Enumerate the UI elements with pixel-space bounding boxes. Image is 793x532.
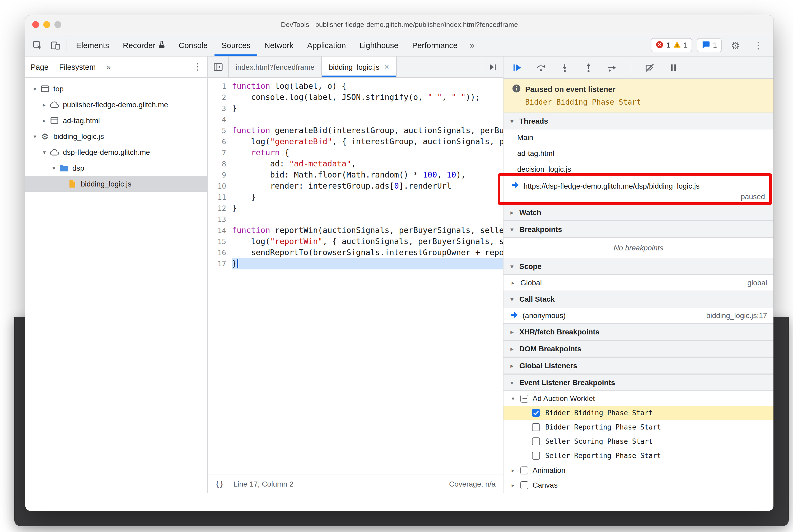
- deactivate-breakpoints-icon[interactable]: [644, 62, 655, 73]
- tab-sources[interactable]: Sources: [215, 34, 258, 56]
- collapsed-arrow[interactable]: ▸: [510, 467, 516, 473]
- elb-group-ad-auction-worklet[interactable]: ▾ Ad Auction Worklet: [504, 391, 773, 406]
- code-text[interactable]: [232, 114, 503, 125]
- editor-tab-index-html[interactable]: index.html?fencedframe: [229, 57, 322, 77]
- section-dom-breakpoints[interactable]: ▸ DOM Breakpoints: [504, 340, 773, 357]
- device-toolbar-icon[interactable]: [46, 34, 64, 56]
- section-scope[interactable]: ▾ Scope: [504, 258, 773, 275]
- line-number[interactable]: 7: [208, 147, 232, 158]
- section-xhr-breakpoints[interactable]: ▸ XHR/fetch Breakpoints: [504, 323, 773, 340]
- scope-global-row[interactable]: ▸ Global global: [504, 275, 773, 290]
- step-out-icon[interactable]: [583, 62, 594, 73]
- code-text[interactable]: bid: Math.floor(Math.random() * 100, 10)…: [232, 170, 503, 181]
- tab-lighthouse[interactable]: Lighthouse: [353, 34, 405, 56]
- tab-recorder[interactable]: Recorder: [116, 34, 172, 56]
- tree-item-bidding-logic-file[interactable]: bidding_logic.js: [25, 176, 207, 192]
- navigator-kebab-icon[interactable]: ⋮: [193, 61, 202, 72]
- tree-item-worklet-bidding-logic[interactable]: ▾ ⚙ bidding_logic.js: [25, 128, 207, 144]
- collapsed-arrow[interactable]: ▸: [510, 280, 516, 286]
- close-tab-icon[interactable]: ×: [384, 63, 389, 71]
- line-number[interactable]: 5: [208, 125, 232, 136]
- code-line[interactable]: 16 sendReportTo(browserSignals.interestG…: [208, 247, 503, 258]
- code-text[interactable]: function log(label, o) {: [232, 81, 503, 92]
- tab-performance[interactable]: Performance: [405, 34, 465, 56]
- line-number[interactable]: 15: [208, 236, 232, 247]
- thread-ad-tag[interactable]: ad-tag.html: [504, 145, 773, 161]
- code-line[interactable]: 13: [208, 214, 503, 225]
- code-text[interactable]: ad: "ad-metadata",: [232, 158, 503, 170]
- line-number[interactable]: 14: [208, 225, 232, 236]
- tab-application[interactable]: Application: [300, 34, 353, 56]
- code-text[interactable]: function reportWin(auctionSignals, perBu…: [232, 225, 503, 236]
- line-number[interactable]: 16: [208, 247, 232, 258]
- collapsed-arrow[interactable]: ▸: [510, 482, 516, 488]
- resume-script-icon[interactable]: [512, 62, 523, 73]
- checkbox-unchecked[interactable]: [532, 452, 540, 460]
- expanded-arrow[interactable]: ▾: [31, 86, 39, 92]
- devtools-menu-kebab-icon[interactable]: ⋮: [749, 39, 767, 51]
- line-number[interactable]: 13: [208, 214, 232, 225]
- code-line[interactable]: 3}: [208, 103, 503, 114]
- code-line[interactable]: 5function generateBid(interestGroup, auc…: [208, 125, 503, 136]
- tab-network[interactable]: Network: [258, 34, 300, 56]
- elb-item-seller-scoring-phase-start[interactable]: Seller Scoring Phase Start: [504, 434, 773, 449]
- collapsed-arrow[interactable]: ▸: [40, 101, 49, 108]
- collapsed-arrow[interactable]: ▸: [40, 117, 49, 124]
- more-tabs-chevron[interactable]: »: [465, 34, 480, 56]
- code-text[interactable]: console.log(label, JSON.stringify(o, " "…: [232, 92, 503, 103]
- code-line[interactable]: 2 console.log(label, JSON.stringify(o, "…: [208, 92, 503, 103]
- code-line[interactable]: 6 log("generateBid", { interestGroup, au…: [208, 136, 503, 147]
- code-text[interactable]: [232, 214, 503, 225]
- hide-navigator-icon[interactable]: [208, 57, 229, 77]
- step-into-icon[interactable]: [560, 62, 570, 73]
- expanded-arrow[interactable]: ▾: [31, 133, 39, 139]
- code-line[interactable]: 17}: [208, 258, 503, 269]
- code-line[interactable]: 15 log("reportWin", { auctionSignals, pe…: [208, 236, 503, 247]
- tree-item-dsp-folder[interactable]: ▾ dsp: [25, 160, 207, 176]
- line-number[interactable]: 12: [208, 203, 232, 214]
- console-summary-badge[interactable]: 1 1: [651, 38, 692, 52]
- expanded-arrow[interactable]: ▾: [50, 165, 58, 171]
- line-number[interactable]: 3: [208, 103, 232, 114]
- elb-group-animation[interactable]: ▸ Animation: [504, 463, 773, 478]
- inspect-element-icon[interactable]: [29, 34, 46, 56]
- elb-item-seller-reporting-phase-start[interactable]: Seller Reporting Phase Start: [504, 449, 773, 463]
- code-line[interactable]: 9 bid: Math.floor(Math.random() * 100, 1…: [208, 170, 503, 181]
- line-number[interactable]: 10: [208, 181, 232, 192]
- checkbox-unchecked[interactable]: [521, 481, 528, 489]
- code-text[interactable]: render: interestGroup.ads[0].renderUrl: [232, 181, 503, 192]
- section-event-listener-breakpoints[interactable]: ▾ Event Listener Breakpoints: [504, 374, 773, 391]
- section-breakpoints[interactable]: ▾ Breakpoints: [504, 221, 773, 238]
- code-text[interactable]: sendReportTo(browserSignals.interestGrou…: [232, 247, 503, 258]
- elb-group-canvas[interactable]: ▸ Canvas: [504, 478, 773, 492]
- thread-main[interactable]: Main: [504, 129, 773, 145]
- settings-gear-icon[interactable]: ⚙: [726, 39, 744, 51]
- code-line[interactable]: 12}: [208, 203, 503, 214]
- code-line[interactable]: 10 render: interestGroup.ads[0].renderUr…: [208, 181, 503, 192]
- code-text[interactable]: function generateBid(interestGroup, auct…: [232, 125, 503, 136]
- tab-console[interactable]: Console: [172, 34, 214, 56]
- navigator-tab-filesystem[interactable]: Filesystem: [59, 57, 96, 77]
- tree-item-top[interactable]: ▾ top: [25, 81, 207, 97]
- code-text[interactable]: }: [232, 103, 503, 114]
- code-line[interactable]: 14function reportWin(auctionSignals, per…: [208, 225, 503, 236]
- pretty-print-icon[interactable]: {}: [215, 479, 224, 488]
- checkbox-unchecked[interactable]: [521, 466, 528, 474]
- expanded-arrow[interactable]: ▾: [510, 395, 516, 401]
- thread-decision-logic[interactable]: decision_logic.js: [504, 161, 773, 177]
- code-line[interactable]: 11 }: [208, 192, 503, 203]
- editor-tab-overflow-icon[interactable]: [482, 57, 503, 77]
- elb-item-bidder-reporting-phase-start[interactable]: Bidder Reporting Phase Start: [504, 420, 773, 434]
- code-editor[interactable]: 1function log(label, o) {2 console.log(l…: [208, 78, 503, 474]
- line-number[interactable]: 11: [208, 192, 232, 203]
- expanded-arrow[interactable]: ▾: [40, 149, 49, 155]
- line-number[interactable]: 1: [208, 81, 232, 92]
- editor-tab-bidding-logic[interactable]: bidding_logic.js ×: [322, 57, 396, 77]
- code-line[interactable]: 8 ad: "ad-metadata",: [208, 158, 503, 170]
- tree-item-dsp-origin[interactable]: ▾ dsp-fledge-demo.glitch.me: [25, 144, 207, 160]
- section-watch[interactable]: ▸ Watch: [504, 204, 773, 221]
- code-text[interactable]: log("generateBid", { interestGroup, auct…: [232, 136, 503, 147]
- code-text[interactable]: }: [232, 192, 503, 203]
- line-number[interactable]: 2: [208, 92, 232, 103]
- line-number[interactable]: 17: [208, 258, 232, 269]
